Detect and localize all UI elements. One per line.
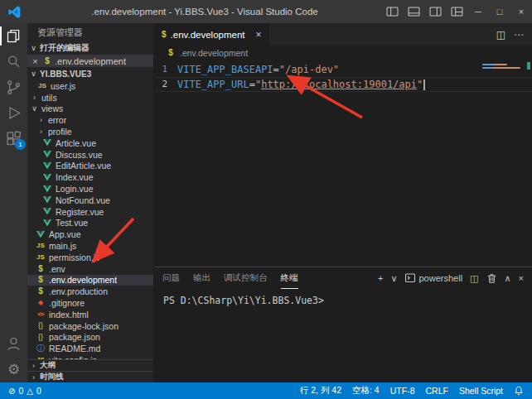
file-tree-item[interactable]: App.vue — [27, 228, 153, 240]
close-icon[interactable]: × — [31, 56, 40, 66]
json-icon: {} — [36, 322, 46, 329]
folder-label: error — [48, 115, 66, 125]
window-title: .env.development - Yi.BBS.Vue3 - Visual … — [28, 7, 381, 17]
customize-layout-icon[interactable] — [446, 0, 467, 23]
split-terminal-icon[interactable]: ◫ — [470, 273, 478, 284]
file-tree-item[interactable]: Test.vue — [27, 218, 153, 229]
open-editors-label: 打开的编辑器 — [40, 42, 89, 54]
toggle-panel-icon[interactable] — [403, 0, 424, 23]
toggle-secondary-sidebar-icon[interactable] — [424, 0, 446, 23]
explorer-icon[interactable] — [0, 23, 27, 49]
minimap[interactable] — [482, 64, 520, 69]
shell-file-icon: $ — [36, 287, 46, 296]
extensions-icon[interactable]: 1 — [0, 126, 27, 151]
file-tree-item[interactable]: JSuser.js — [27, 80, 153, 92]
text-cursor — [423, 79, 425, 90]
folder-item[interactable]: ›utils — [27, 92, 153, 103]
file-tree-item[interactable]: $.env — [27, 263, 153, 275]
folder-item[interactable]: ∨views — [27, 103, 153, 115]
gear-glyph: ⚙ — [7, 363, 20, 377]
vue-icon — [42, 139, 52, 147]
tab-output[interactable]: 输出 — [193, 267, 210, 289]
project-header[interactable]: ∨ YI.BBS.VUE3 — [27, 67, 153, 80]
tab-terminal[interactable]: 终端 — [281, 267, 298, 289]
timeline-label: 时间线 — [40, 372, 64, 382]
terminal-output[interactable]: PS D:\CSharp\Yi\Yi.BBS.Vue3> — [154, 289, 532, 382]
file-label: package-lock.json — [49, 321, 118, 331]
line-number: 1 — [154, 62, 177, 77]
file-tree-item[interactable]: Login.vue — [27, 183, 153, 195]
file-tree-item-selected[interactable]: $.env.development — [27, 275, 153, 286]
tab-label: .env.development — [171, 30, 245, 40]
search-icon[interactable] — [0, 49, 27, 75]
shell-file-icon: $ — [36, 276, 46, 284]
file-label: .env.development — [49, 275, 117, 285]
file-tree-item[interactable]: $.env.production — [27, 286, 153, 297]
close-icon[interactable]: × — [256, 29, 262, 41]
chevron-down-icon[interactable]: ∨ — [390, 273, 397, 284]
editor-tab-active[interactable]: $ .env.development × — [154, 23, 269, 46]
file-tree-item[interactable]: ◆.gitignore — [27, 297, 153, 309]
window-controls: ─ □ × — [381, 0, 532, 23]
run-debug-icon[interactable] — [0, 100, 27, 126]
problems-status[interactable]: ⊘ 0 △ 0 — [8, 386, 41, 396]
chevron-down-icon: ∨ — [29, 44, 38, 52]
outline-header[interactable]: › 大纲 — [27, 359, 153, 371]
eol[interactable]: CRLF — [425, 386, 447, 396]
file-tree-item[interactable]: JSpermission.js — [27, 252, 153, 263]
terminal-picker[interactable]: powershell — [405, 273, 463, 283]
file-tree-item[interactable]: {}package-lock.json — [27, 320, 153, 332]
file-tree-item[interactable]: {}package.json — [27, 332, 153, 344]
vue-icon — [42, 174, 52, 181]
shell-file-icon: $ — [162, 31, 167, 39]
warning-count: 0 — [36, 386, 41, 396]
panel-tab-bar: 问题 输出 调试控制台 终端 + ∨ powershell ◫ ∧ — [154, 267, 532, 289]
file-tree-item[interactable]: Article.vue — [27, 137, 153, 149]
vscode-logo-icon — [0, 6, 28, 18]
notifications-bell-icon[interactable] — [514, 386, 524, 396]
file-tree-item[interactable]: <>index.html — [27, 309, 153, 320]
vscode-window: .env.development - Yi.BBS.Vue3 - Visual … — [0, 0, 532, 399]
split-editor-icon[interactable]: ◫ — [496, 29, 505, 41]
folder-item[interactable]: ›profile — [27, 126, 153, 137]
code-editor[interactable]: 1VITE_APP_BASEAPI="/api-dev" 2VITE_APP_U… — [154, 60, 532, 267]
file-tree-item[interactable]: EditArticle.vue — [27, 161, 153, 172]
toggle-sidebar-icon[interactable] — [381, 0, 403, 23]
url-link[interactable]: http://localhost:19001/api — [261, 77, 417, 92]
more-actions-icon[interactable]: ⋯ — [514, 29, 524, 41]
file-tree-item[interactable]: JSmain.js — [27, 240, 153, 252]
timeline-header[interactable]: › 时间线 — [27, 371, 153, 382]
code-line-current: 2VITE_APP_URL="http://localhost:19001/ap… — [154, 77, 532, 92]
file-tree-item[interactable]: NotFound.vue — [27, 195, 153, 206]
open-editor-item[interactable]: × $ .env.development — [27, 55, 153, 67]
line-number: 2 — [154, 77, 177, 92]
terminal-shell-label: powershell — [419, 273, 463, 283]
new-terminal-icon[interactable]: + — [378, 273, 383, 283]
file-tree-item[interactable]: ⓘREADME.md — [27, 343, 153, 354]
close-panel-icon[interactable]: × — [519, 273, 524, 283]
settings-gear-icon[interactable]: ⚙ — [0, 357, 27, 382]
source-control-icon[interactable] — [0, 75, 27, 100]
maximize-button[interactable]: □ — [489, 0, 510, 23]
file-tree-item[interactable]: Discuss.vue — [27, 149, 153, 161]
minimize-button[interactable]: ─ — [467, 0, 489, 23]
shell-file-icon: $ — [36, 265, 46, 273]
file-tree-item[interactable]: Index.vue — [27, 171, 153, 183]
language-mode[interactable]: Shell Script — [459, 386, 503, 396]
chevron-down-icon: ∨ — [31, 104, 38, 113]
tab-debug-console[interactable]: 调试控制台 — [224, 267, 268, 289]
open-editors-header[interactable]: ∨ 打开的编辑器 — [27, 41, 153, 55]
token-string: "/api-dev" — [279, 62, 339, 77]
encoding[interactable]: UTF-8 — [390, 386, 415, 396]
maximize-panel-icon[interactable]: ∧ — [505, 273, 511, 284]
close-button[interactable]: × — [510, 0, 532, 23]
breadcrumb[interactable]: $ .env.development — [154, 46, 532, 60]
trash-icon[interactable] — [486, 273, 497, 284]
account-icon[interactable] — [0, 331, 27, 357]
file-tree-item[interactable]: Register.vue — [27, 206, 153, 218]
indentation[interactable]: 空格: 4 — [352, 385, 380, 397]
cursor-position[interactable]: 行 2, 列 42 — [300, 385, 341, 397]
vue-icon — [42, 208, 52, 215]
tab-problems[interactable]: 问题 — [162, 267, 180, 289]
folder-item[interactable]: ›error — [27, 114, 153, 126]
